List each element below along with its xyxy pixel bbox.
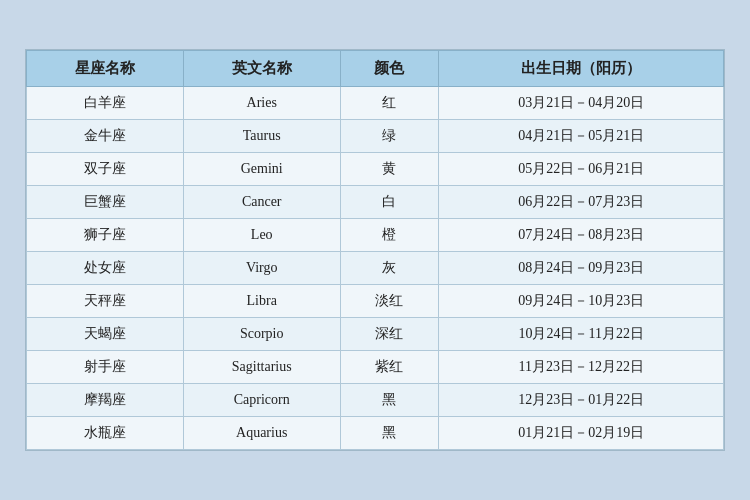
cell-english-name: Leo	[183, 219, 340, 252]
cell-dates: 06月22日－07月23日	[439, 186, 724, 219]
table-row: 狮子座Leo橙07月24日－08月23日	[27, 219, 724, 252]
table-row: 白羊座Aries红03月21日－04月20日	[27, 87, 724, 120]
cell-chinese-name: 天秤座	[27, 285, 184, 318]
cell-color: 黑	[340, 417, 439, 450]
col-header-dates: 出生日期（阳历）	[439, 51, 724, 87]
cell-english-name: Libra	[183, 285, 340, 318]
cell-english-name: Aquarius	[183, 417, 340, 450]
table-row: 射手座Sagittarius紫红11月23日－12月22日	[27, 351, 724, 384]
table-row: 天秤座Libra淡红09月24日－10月23日	[27, 285, 724, 318]
zodiac-table: 星座名称 英文名称 颜色 出生日期（阳历） 白羊座Aries红03月21日－04…	[26, 50, 724, 450]
cell-color: 白	[340, 186, 439, 219]
cell-english-name: Cancer	[183, 186, 340, 219]
cell-chinese-name: 白羊座	[27, 87, 184, 120]
cell-english-name: Taurus	[183, 120, 340, 153]
table-row: 金牛座Taurus绿04月21日－05月21日	[27, 120, 724, 153]
cell-chinese-name: 射手座	[27, 351, 184, 384]
table-row: 处女座Virgo灰08月24日－09月23日	[27, 252, 724, 285]
cell-color: 黄	[340, 153, 439, 186]
cell-chinese-name: 水瓶座	[27, 417, 184, 450]
zodiac-table-container: 星座名称 英文名称 颜色 出生日期（阳历） 白羊座Aries红03月21日－04…	[25, 49, 725, 451]
cell-dates: 04月21日－05月21日	[439, 120, 724, 153]
cell-dates: 10月24日－11月22日	[439, 318, 724, 351]
table-body: 白羊座Aries红03月21日－04月20日金牛座Taurus绿04月21日－0…	[27, 87, 724, 450]
cell-chinese-name: 双子座	[27, 153, 184, 186]
cell-english-name: Virgo	[183, 252, 340, 285]
table-row: 摩羯座Capricorn黑12月23日－01月22日	[27, 384, 724, 417]
cell-color: 黑	[340, 384, 439, 417]
cell-dates: 03月21日－04月20日	[439, 87, 724, 120]
table-header-row: 星座名称 英文名称 颜色 出生日期（阳历）	[27, 51, 724, 87]
cell-chinese-name: 狮子座	[27, 219, 184, 252]
cell-chinese-name: 天蝎座	[27, 318, 184, 351]
cell-chinese-name: 巨蟹座	[27, 186, 184, 219]
cell-color: 紫红	[340, 351, 439, 384]
cell-chinese-name: 金牛座	[27, 120, 184, 153]
cell-chinese-name: 处女座	[27, 252, 184, 285]
col-header-english: 英文名称	[183, 51, 340, 87]
table-row: 双子座Gemini黄05月22日－06月21日	[27, 153, 724, 186]
table-row: 天蝎座Scorpio深红10月24日－11月22日	[27, 318, 724, 351]
col-header-color: 颜色	[340, 51, 439, 87]
cell-dates: 09月24日－10月23日	[439, 285, 724, 318]
cell-color: 橙	[340, 219, 439, 252]
col-header-chinese: 星座名称	[27, 51, 184, 87]
table-row: 巨蟹座Cancer白06月22日－07月23日	[27, 186, 724, 219]
cell-english-name: Sagittarius	[183, 351, 340, 384]
cell-english-name: Capricorn	[183, 384, 340, 417]
cell-color: 绿	[340, 120, 439, 153]
table-row: 水瓶座Aquarius黑01月21日－02月19日	[27, 417, 724, 450]
cell-dates: 12月23日－01月22日	[439, 384, 724, 417]
cell-color: 红	[340, 87, 439, 120]
cell-dates: 07月24日－08月23日	[439, 219, 724, 252]
cell-color: 淡红	[340, 285, 439, 318]
cell-english-name: Gemini	[183, 153, 340, 186]
cell-dates: 05月22日－06月21日	[439, 153, 724, 186]
cell-dates: 08月24日－09月23日	[439, 252, 724, 285]
cell-dates: 01月21日－02月19日	[439, 417, 724, 450]
cell-english-name: Aries	[183, 87, 340, 120]
cell-english-name: Scorpio	[183, 318, 340, 351]
cell-dates: 11月23日－12月22日	[439, 351, 724, 384]
cell-color: 灰	[340, 252, 439, 285]
cell-chinese-name: 摩羯座	[27, 384, 184, 417]
cell-color: 深红	[340, 318, 439, 351]
